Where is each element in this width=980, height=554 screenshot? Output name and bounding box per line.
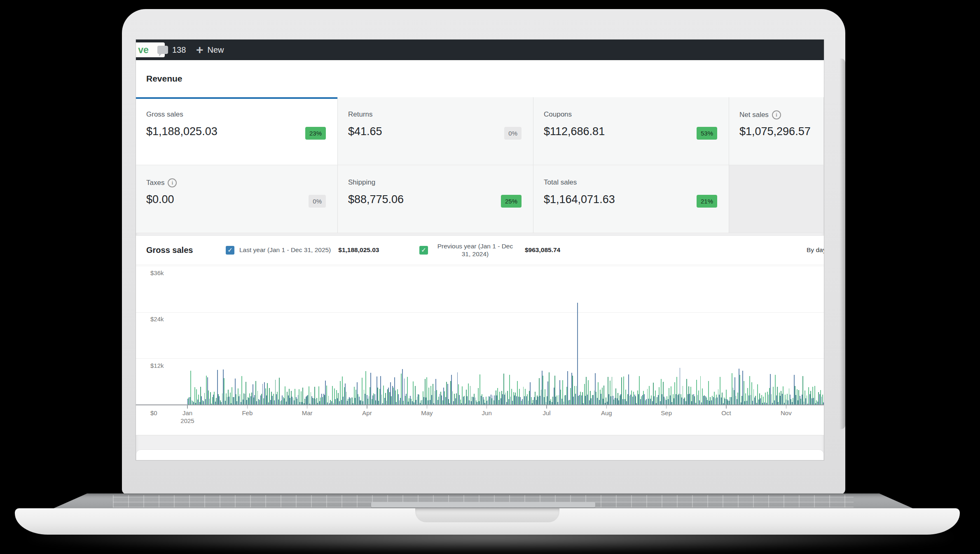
card-value: $1,164,071.63 [544, 193, 615, 206]
y-tick-label: $24k [150, 316, 164, 323]
page-header: Revenue [136, 60, 824, 98]
card-taxes[interactable]: Taxes i $0.00 0% [136, 165, 338, 233]
laptop-base [15, 508, 960, 535]
card-empty [729, 165, 824, 233]
card-label: Returns [348, 110, 373, 119]
comment-count: 138 [172, 45, 186, 55]
chart-header: Gross sales ✓ Last year (Jan 1 - Dec 31,… [136, 236, 824, 265]
y-tick-label: $0 [150, 409, 157, 416]
legend-label: Previous year (Jan 1 - Dec 31, 2024) [433, 242, 517, 258]
admin-bar-new-button[interactable]: + New [196, 40, 224, 60]
card-value: $88,775.06 [348, 193, 404, 206]
admin-bar: ve 138 + New [136, 40, 824, 60]
revenue-chart-panel: Gross sales ✓ Last year (Jan 1 - Dec 31,… [136, 235, 824, 435]
legend-label: Last year (Jan 1 - Dec 31, 2025) [239, 246, 331, 254]
legend-previous-year[interactable]: ✓ Previous year (Jan 1 - Dec 31, 2024) $… [419, 236, 560, 264]
card-gross-sales[interactable]: Gross sales $1,188,025.03 23% [136, 97, 338, 165]
x-tick-label: Oct [714, 409, 739, 416]
card-coupons[interactable]: Coupons $112,686.81 53% [533, 97, 729, 165]
spacebar [371, 502, 595, 507]
card-net-sales[interactable]: Net sales i $1,075,296.57 [729, 97, 824, 165]
comment-bubble-icon [157, 46, 168, 54]
card-value: $112,686.81 [544, 125, 605, 138]
x-tick-label: Mar [295, 409, 320, 416]
card-label: Gross sales [146, 110, 183, 119]
ve-badge-label: ve [138, 44, 149, 56]
card-returns[interactable]: Returns $41.65 0% [338, 97, 533, 165]
laptop-keyboard [53, 493, 914, 509]
page-title: Revenue [146, 60, 182, 97]
x-tick-label: Jul [534, 409, 559, 416]
x-tick-label: May [414, 409, 439, 416]
screen: ve 138 + New Revenue Gross sales [136, 40, 824, 460]
x-tick-label: Aug [594, 409, 619, 416]
percent-badge: 53% [697, 127, 717, 140]
summary-cards: Gross sales $1,188,025.03 23% Returns $4… [136, 97, 824, 233]
card-value: $0.00 [146, 193, 174, 206]
info-icon[interactable]: i [168, 178, 177, 187]
x-tick-label: Sep [654, 409, 679, 416]
x-tick-label: Jun [475, 409, 499, 416]
card-label: Taxes [146, 179, 164, 187]
laptop-lid: ve 138 + New Revenue Gross sales [122, 9, 845, 494]
x-tick-label: Apr [355, 409, 379, 416]
card-value: $41.65 [348, 125, 382, 138]
next-section-panel [136, 449, 824, 460]
checkbox-previous-year[interactable]: ✓ [419, 246, 428, 255]
card-label: Total sales [544, 178, 577, 187]
info-icon[interactable]: i [772, 110, 781, 119]
legend-value: $963,085.74 [525, 246, 560, 254]
card-label: Shipping [348, 178, 375, 187]
base-notch [415, 508, 559, 522]
card-shipping[interactable]: Shipping $88,775.06 25% [338, 165, 533, 233]
x-axis-labels: $0Jan2025FebMarAprMayJunJulAugSepOctNov [136, 409, 824, 428]
interval-select[interactable]: By day [807, 236, 824, 264]
card-total-sales[interactable]: Total sales $1,164,071.63 21% [533, 165, 729, 233]
card-label: Net sales [739, 111, 769, 119]
new-label: New [208, 45, 224, 55]
card-value: $1,188,025.03 [146, 125, 218, 138]
plus-icon: + [196, 46, 203, 54]
legend-value: $1,188,025.03 [338, 246, 379, 254]
checkbox-last-year[interactable]: ✓ [226, 246, 234, 255]
y-tick-label: $12k [150, 362, 164, 369]
percent-badge: 0% [309, 195, 326, 208]
y-tick-label: $36k [150, 269, 164, 276]
admin-bar-comments[interactable]: 138 [157, 40, 186, 60]
laptop-mockup: ve 138 + New Revenue Gross sales [0, 0, 980, 554]
revenue-bar-chart[interactable] [136, 264, 824, 409]
card-label: Coupons [544, 110, 572, 119]
percent-badge: 21% [697, 195, 717, 208]
card-value: $1,075,296.57 [739, 125, 811, 138]
x-tick-label: Jan2025 [175, 409, 200, 423]
percent-badge: 23% [305, 127, 326, 140]
x-tick-label: Feb [235, 409, 260, 416]
chart-title: Gross sales [146, 236, 193, 264]
legend-last-year[interactable]: ✓ Last year (Jan 1 - Dec 31, 2025) $1,18… [226, 236, 379, 264]
percent-badge: 0% [504, 127, 522, 140]
percent-badge: 25% [501, 195, 522, 208]
x-tick-label: Nov [774, 409, 798, 416]
